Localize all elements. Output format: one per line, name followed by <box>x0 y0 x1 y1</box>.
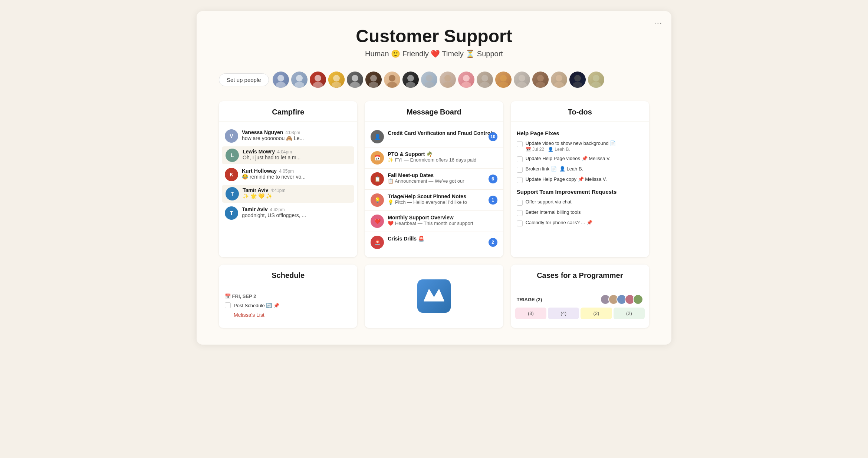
todo-checkbox[interactable] <box>517 177 523 183</box>
todo-text: Update Help Page copy 📌 Melissa V. <box>526 176 607 182</box>
message-avatar: ❤️ <box>371 215 384 228</box>
svg-point-3 <box>295 82 304 88</box>
page-header: Customer Support Human 🙂 Friendly ❤️ Tim… <box>219 26 649 58</box>
chat-name: Kurt Holloway <box>242 168 277 174</box>
chat-message[interactable]: T Tamir Aviv 4:41pm ✨ 🌟 💛 ✨ <box>222 185 354 203</box>
chat-time: 4:04pm <box>277 149 292 155</box>
cases-columns: (3) (4) (2) (2) <box>511 308 649 323</box>
svg-point-5 <box>313 82 323 88</box>
svg-point-2 <box>296 75 303 82</box>
avatar[interactable] <box>551 72 567 88</box>
schedule-title: Schedule <box>219 265 357 285</box>
cases-col-purple[interactable]: (4) <box>548 308 579 319</box>
chat-avatar: T <box>225 206 238 220</box>
svg-point-12 <box>389 75 395 82</box>
schedule-link[interactable]: Melissa's List <box>234 312 264 318</box>
todos-content: Help Page Fixes Update video to show new… <box>511 122 649 233</box>
chat-time: 4:03pm <box>285 130 300 135</box>
cases-col-yellow[interactable]: (2) <box>581 308 612 319</box>
chat-message[interactable]: T Tamir Aviv 4:42pm goodnight, US offlog… <box>219 203 357 223</box>
todo-item: Broken link 📄 👤 Leah B. <box>511 164 649 175</box>
campfire-card: Campfire V Vanessa Nguyen 4:03pm how are… <box>219 101 357 257</box>
message-item[interactable]: 💡 Triage/Help Scout Pinned Notes 💡 Pitch… <box>365 190 503 211</box>
chat-name: Tamir Aviv <box>242 206 268 212</box>
avatar[interactable] <box>477 72 493 88</box>
todo-checkbox[interactable] <box>517 141 523 147</box>
avatar[interactable] <box>440 72 456 88</box>
avatar[interactable] <box>514 72 530 88</box>
schedule-date: 📅 FRI, SEP 2 <box>219 290 357 301</box>
schedule-item[interactable]: Melissa's List <box>219 310 357 320</box>
more-options-button[interactable]: ··· <box>654 19 662 27</box>
svg-point-4 <box>315 75 321 82</box>
svg-point-29 <box>536 82 545 88</box>
todo-section-title: Support Team Improvement Requests <box>511 185 649 197</box>
cases-avatars <box>600 294 643 305</box>
avatar[interactable] <box>328 72 345 88</box>
center-bottom-card <box>365 265 503 328</box>
svg-point-9 <box>350 82 360 88</box>
cases-avatar <box>633 294 643 305</box>
todo-checkbox[interactable] <box>517 200 523 206</box>
chat-message[interactable]: K Kurt Holloway 4:05pm 😂 remind me to ne… <box>219 165 357 184</box>
avatar[interactable] <box>495 72 512 88</box>
svg-point-6 <box>333 75 340 82</box>
svg-point-19 <box>443 82 453 88</box>
cases-content: TRIAGE (2) (3) (4) (2) (2) <box>511 285 649 328</box>
message-title: Crisis Drills 🚨 <box>388 236 497 242</box>
avatar[interactable] <box>365 72 382 88</box>
message-title: Credit Card Verification and Fraud Contr… <box>388 130 497 136</box>
chat-text: goodnight, US offloggers, ... <box>242 212 351 218</box>
chat-message[interactable]: V Vanessa Nguyen 4:03pm how are yoooooou… <box>219 126 357 146</box>
svg-point-14 <box>407 75 414 82</box>
triage-label: TRIAGE (2) <box>517 297 542 302</box>
page-subtitle: Human 🙂 Friendly ❤️ Timely ⏳ Support <box>219 49 649 58</box>
message-item[interactable]: ❤️ Monthly Support Overview ❤️ Heartbeat… <box>365 211 503 232</box>
todos-card: To-dos Help Page Fixes Update video to s… <box>511 101 649 257</box>
cases-col-pink[interactable]: (3) <box>515 308 546 319</box>
avatar[interactable] <box>569 72 586 88</box>
svg-point-18 <box>444 75 451 82</box>
todo-checkbox[interactable] <box>517 210 523 216</box>
todo-text: Better internal billing tools <box>526 209 581 215</box>
schedule-checkbox[interactable] <box>225 302 231 308</box>
todo-item: Update Help Page videos 📌 Melissa V. <box>511 154 649 164</box>
svg-point-28 <box>537 75 544 82</box>
message-avatar: 💡 <box>371 193 384 207</box>
logo-area <box>365 265 503 328</box>
message-item[interactable]: 📅 PTO & Support 🌴 ✨ FYI — Enormicom offe… <box>365 147 503 169</box>
avatar[interactable] <box>310 72 326 88</box>
todo-item: Calendly for phone calls? ... 📌 <box>511 218 649 228</box>
chat-name: Tamir Aviv <box>243 187 269 193</box>
message-item[interactable]: 🚨 Crisis Drills 🚨 2 <box>365 232 503 253</box>
todo-checkbox[interactable] <box>517 167 523 173</box>
svg-point-26 <box>519 75 525 82</box>
avatar[interactable] <box>291 72 308 88</box>
cases-col-green[interactable]: (2) <box>614 308 645 319</box>
avatar[interactable] <box>421 72 437 88</box>
svg-point-17 <box>424 82 434 88</box>
chat-avatar: V <box>225 129 238 143</box>
avatar[interactable] <box>532 72 549 88</box>
svg-point-11 <box>369 82 378 88</box>
avatar[interactable] <box>588 72 604 88</box>
todo-item: Offer support via chat <box>511 197 649 208</box>
message-item[interactable]: 📋 Fall Meet-up Dates 📋 Announcement — We… <box>365 169 503 190</box>
set-up-people-button[interactable]: Set up people <box>219 73 269 86</box>
avatar[interactable] <box>347 72 363 88</box>
todo-checkbox[interactable] <box>517 156 523 162</box>
avatar[interactable] <box>273 72 289 88</box>
message-item[interactable]: 👤 Credit Card Verification and Fraud Con… <box>365 126 503 147</box>
svg-point-27 <box>517 82 527 88</box>
avatar[interactable] <box>458 72 474 88</box>
avatar[interactable] <box>384 72 400 88</box>
todo-checkbox[interactable] <box>517 220 523 226</box>
avatar[interactable] <box>402 72 419 88</box>
message-avatar: 👤 <box>371 130 384 143</box>
todo-item: Update Help Page copy 📌 Melissa V. <box>511 175 649 185</box>
cases-triage-header: TRIAGE (2) <box>511 290 649 308</box>
schedule-item-text: Post Schedule 🔄 📌 <box>234 303 279 308</box>
basecamp-logo <box>417 279 451 313</box>
chat-message[interactable]: L Lewis Mowry 4:04pm Oh, I just had to l… <box>222 146 354 164</box>
chat-avatar: T <box>226 187 239 200</box>
